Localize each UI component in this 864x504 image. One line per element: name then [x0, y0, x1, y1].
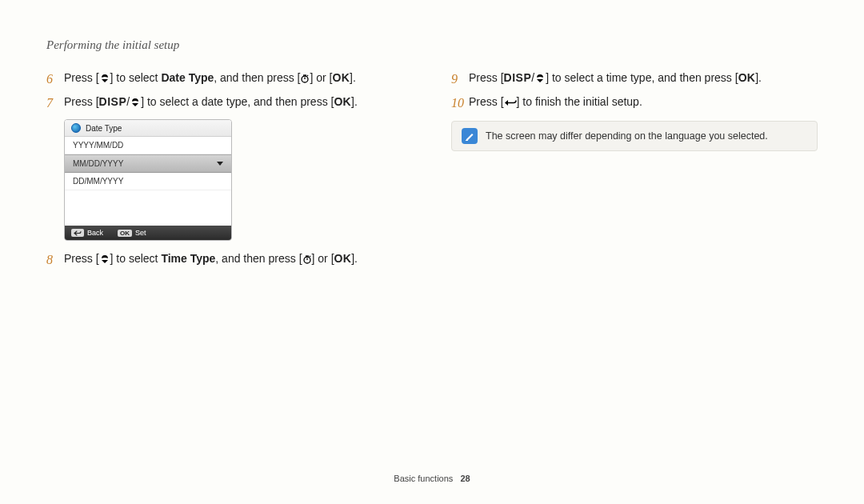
timer-icon — [302, 254, 312, 264]
ok-label: OK — [334, 95, 351, 108]
note-text: The screen may differ depending on the l… — [486, 130, 768, 142]
txt: ] to select a date type, and then press … — [141, 95, 334, 108]
txt: ] or [ — [310, 71, 332, 84]
svg-line-3 — [307, 75, 308, 76]
step-number: 6 — [46, 70, 64, 89]
date-option-row[interactable]: DD/MM/YYYY — [65, 173, 231, 190]
step-number: 7 — [46, 94, 64, 113]
ok-label: OK — [334, 252, 352, 265]
macro-down-icon — [130, 98, 141, 107]
disp-label: DISP — [99, 95, 127, 108]
opt-label: YYYY/MM/DD — [73, 141, 123, 150]
step-6: 6 Press [] to select Date Type, and then… — [46, 70, 413, 89]
back-label: Back — [87, 229, 103, 237]
txt: Press [ — [469, 95, 504, 108]
device-footer: Back OK Set — [65, 226, 231, 240]
ok-pill: OK — [118, 230, 132, 237]
step-text: Press [DISP/] to select a time type, and… — [469, 70, 818, 86]
txt: ]. — [350, 71, 356, 84]
step-text: Press [] to finish the initial setup. — [469, 94, 818, 110]
step-7: 7 Press [DISP/] to select a date type, a… — [46, 94, 413, 113]
footer-section: Basic functions — [394, 474, 453, 483]
timer-icon — [300, 74, 310, 83]
bold: Date Type — [161, 71, 214, 84]
page-header: Performing the initial setup — [46, 38, 818, 52]
device-title: Date Type — [86, 124, 122, 133]
right-column: 9 Press [DISP/] to select a time type, a… — [451, 70, 818, 274]
footer-set-group[interactable]: OK Set — [118, 229, 146, 237]
return-icon — [504, 98, 517, 107]
step-text: Press [DISP/] to select a date type, and… — [64, 94, 413, 110]
step-number: 8 — [46, 250, 64, 270]
device-rows: YYYY/MM/DD MM/DD/YYYY DD/MM/YYYY — [65, 137, 231, 226]
step-text: Press [] to select Date Type, and then p… — [64, 70, 413, 86]
txt: ] to select a time type, and then press … — [546, 71, 738, 84]
back-icon — [71, 229, 84, 237]
macro-down-icon — [99, 74, 110, 83]
txt: Press [ — [469, 71, 504, 84]
txt: , and then press [ — [215, 252, 302, 265]
txt: ] to select — [110, 252, 162, 265]
step-text: Press [] to select Time Type, and then p… — [64, 250, 413, 267]
footer-back-group[interactable]: Back — [71, 229, 103, 237]
left-column: 6 Press [] to select Date Type, and then… — [46, 70, 413, 274]
date-option-row[interactable]: YYYY/MM/DD — [65, 137, 231, 154]
device-header: Date Type — [65, 120, 231, 137]
txt: Press [ — [64, 252, 99, 265]
macro-down-icon — [99, 254, 110, 264]
bold: Time Type — [161, 252, 215, 265]
txt: Press [ — [64, 95, 99, 108]
page-footer: Basic functions 28 — [0, 474, 864, 483]
note-icon — [462, 128, 478, 144]
footer-page: 28 — [460, 474, 470, 483]
txt: ] or [ — [312, 252, 334, 265]
txt: ] to finish the initial setup. — [517, 95, 642, 108]
ok-label: OK — [332, 71, 350, 84]
step-10: 10 Press [] to finish the initial setup. — [451, 94, 818, 113]
empty-row — [65, 190, 231, 208]
txt: Press [ — [64, 71, 99, 84]
step-number: 9 — [451, 70, 469, 89]
chevron-down-icon — [217, 162, 223, 166]
device-screen: Date Type YYYY/MM/DD MM/DD/YYYY DD/MM/YY… — [64, 119, 232, 241]
ok-label: OK — [738, 71, 756, 84]
txt: ]. — [755, 71, 762, 84]
step-9: 9 Press [DISP/] to select a time type, a… — [451, 70, 818, 89]
svg-rect-8 — [466, 140, 468, 141]
svg-line-7 — [310, 256, 310, 257]
step-number: 10 — [451, 94, 469, 113]
txt: ] to select — [110, 71, 162, 84]
settings-dial-icon — [71, 123, 81, 133]
empty-row — [65, 208, 231, 226]
txt: ]. — [351, 95, 358, 108]
content-columns: 6 Press [] to select Date Type, and then… — [46, 70, 818, 274]
opt-label: DD/MM/YYYY — [73, 177, 123, 186]
macro-down-icon — [534, 74, 546, 83]
disp-label: DISP — [504, 71, 532, 84]
txt: , and then press [ — [214, 71, 300, 84]
date-option-row-selected[interactable]: MM/DD/YYYY — [65, 154, 231, 173]
set-label: Set — [135, 229, 146, 237]
step-8: 8 Press [] to select Time Type, and then… — [46, 250, 413, 270]
txt: ]. — [351, 252, 358, 265]
opt-label: MM/DD/YYYY — [73, 159, 123, 168]
note-box: The screen may differ depending on the l… — [451, 121, 818, 151]
